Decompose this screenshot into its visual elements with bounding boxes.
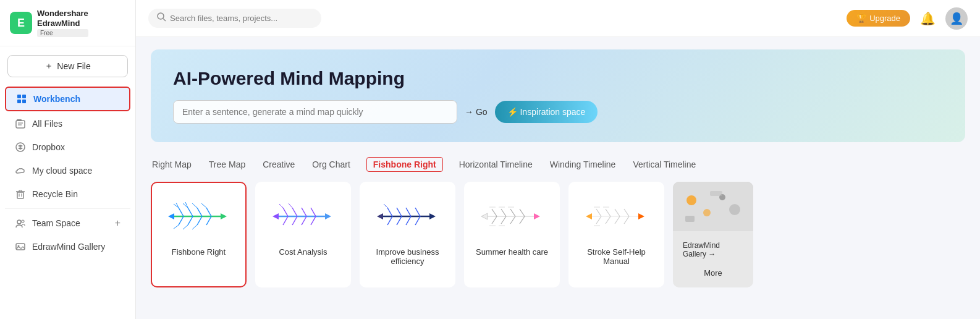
tab-right-map[interactable]: Right Map <box>151 157 193 172</box>
svg-line-60 <box>387 216 392 225</box>
sidebar-item-dropbox[interactable]: Dropbox <box>5 136 130 158</box>
app-badge: Free <box>37 29 88 37</box>
sidebar-item-gallery[interactable]: EdrawMind Gallery <box>5 236 130 258</box>
logo-icon: E <box>10 12 32 34</box>
svg-rect-100 <box>710 191 722 196</box>
svg-line-50 <box>302 216 306 225</box>
svg-line-37 <box>192 225 197 229</box>
template-label-cost-analysis: Cost Analysis <box>279 247 327 257</box>
sidebar-item-team-space[interactable]: Team Space + <box>5 212 130 234</box>
sidebar-item-all-files[interactable]: All Files <box>5 113 130 135</box>
template-thumb-cost-analysis <box>266 192 340 241</box>
svg-line-55 <box>387 208 392 216</box>
svg-rect-2 <box>17 100 21 103</box>
sidebar-nav: Workbench All Files Dropbox My cloud spa… <box>0 83 135 261</box>
inspiration-button[interactable]: ⚡ Inspiration space <box>495 101 598 123</box>
template-label-health: Summer health care <box>476 247 548 257</box>
svg-line-90 <box>624 216 629 224</box>
svg-line-32 <box>179 216 184 225</box>
svg-rect-3 <box>22 100 26 103</box>
sidebar: E WondershareEdrawMind Free ＋ New File W… <box>0 0 136 319</box>
svg-line-47 <box>311 208 316 216</box>
svg-line-57 <box>397 208 402 216</box>
search-input[interactable] <box>170 14 313 23</box>
notification-bell-icon[interactable]: 🔔 <box>920 11 936 26</box>
tab-vertical-timeline[interactable]: Vertical Timeline <box>632 157 697 172</box>
svg-marker-20 <box>221 213 227 219</box>
svg-line-59 <box>415 208 420 216</box>
plus-icon: ＋ <box>44 61 53 72</box>
svg-point-13 <box>17 220 21 224</box>
tab-horizontal-timeline[interactable]: Horizontal Timeline <box>458 157 534 172</box>
hero-input[interactable] <box>173 100 457 124</box>
svg-line-18 <box>163 19 166 21</box>
hero-banner: AI-Powered Mind Mapping → Go ⚡ Inspirati… <box>151 49 965 142</box>
template-thumb-health <box>475 192 549 241</box>
svg-marker-21 <box>168 213 174 219</box>
svg-line-51 <box>311 216 316 225</box>
sidebar-item-recycle[interactable]: Recycle Bin <box>5 183 130 205</box>
svg-line-36 <box>197 216 202 225</box>
tab-fishbone-right[interactable]: Fishbone Right <box>366 157 443 172</box>
svg-line-71 <box>492 216 497 224</box>
upgrade-button[interactable]: 🏆 Upgrade <box>847 10 910 27</box>
upgrade-icon: 🏆 <box>856 14 866 23</box>
dropbox-icon <box>15 142 26 153</box>
new-file-button[interactable]: ＋ New File <box>7 55 128 77</box>
svg-line-45 <box>289 203 292 208</box>
search-box[interactable] <box>148 9 321 28</box>
team-icon <box>15 218 26 229</box>
gallery-label[interactable]: EdrawMind Gallery → <box>677 236 750 263</box>
svg-point-17 <box>158 13 164 19</box>
template-label-fishbone-right: Fishbone Right <box>172 247 226 257</box>
template-card-cost-analysis[interactable]: Cost Analysis <box>255 182 351 287</box>
svg-line-69 <box>510 209 515 216</box>
svg-line-89 <box>615 216 620 224</box>
sidebar-item-my-cloud[interactable]: My cloud space <box>5 160 130 182</box>
template-label-business: Improve business efficiency <box>370 247 446 266</box>
tab-winding-timeline[interactable]: Winding Timeline <box>549 157 617 172</box>
svg-line-85 <box>615 209 620 216</box>
svg-line-61 <box>397 216 402 225</box>
sidebar-item-label: Workbench <box>33 94 80 104</box>
gallery-thumb <box>673 182 753 231</box>
svg-line-58 <box>406 208 411 216</box>
svg-marker-66 <box>481 213 488 219</box>
svg-rect-5 <box>16 121 25 128</box>
gallery-icon <box>15 241 26 252</box>
topbar-right: 🏆 Upgrade 🔔 👤 <box>847 7 968 30</box>
svg-line-72 <box>501 216 506 224</box>
gallery-card[interactable]: EdrawMind Gallery → More <box>673 182 753 287</box>
tab-tree-map[interactable]: Tree Map <box>208 157 247 172</box>
svg-line-56 <box>384 204 387 208</box>
svg-point-14 <box>22 220 24 223</box>
logo-text: WondershareEdrawMind Free <box>37 9 88 37</box>
sidebar-item-workbench[interactable]: Workbench <box>5 87 130 111</box>
app-name: WondershareEdrawMind <box>37 9 88 28</box>
svg-line-63 <box>415 216 420 225</box>
svg-rect-0 <box>17 95 21 98</box>
trash-icon <box>15 189 26 200</box>
go-button[interactable]: → Go <box>465 107 488 117</box>
svg-rect-15 <box>16 244 25 250</box>
svg-line-22 <box>179 208 184 216</box>
svg-line-88 <box>606 216 610 224</box>
svg-marker-65 <box>534 213 540 219</box>
gallery-more[interactable]: More <box>677 263 750 283</box>
user-avatar[interactable]: 👤 <box>945 7 968 30</box>
tab-creative[interactable]: Creative <box>261 157 296 172</box>
svg-marker-81 <box>638 213 644 219</box>
template-card-health[interactable]: Summer health care <box>464 182 560 287</box>
template-card-stroke[interactable]: Stroke Self-Help Manual <box>568 182 664 287</box>
svg-line-38 <box>206 216 211 225</box>
template-card-business[interactable]: Improve business efficiency <box>360 182 455 287</box>
svg-line-25 <box>188 208 193 216</box>
svg-point-98 <box>729 204 740 215</box>
sidebar-item-label: Dropbox <box>32 142 65 152</box>
sidebar-item-label: EdrawMind Gallery <box>32 242 105 252</box>
template-card-fishbone-right[interactable]: Fishbone Right <box>151 182 247 287</box>
tab-org-chart[interactable]: Org Chart <box>311 157 351 172</box>
add-team-icon[interactable]: + <box>115 218 120 229</box>
svg-marker-53 <box>429 213 436 219</box>
svg-point-95 <box>686 195 696 205</box>
